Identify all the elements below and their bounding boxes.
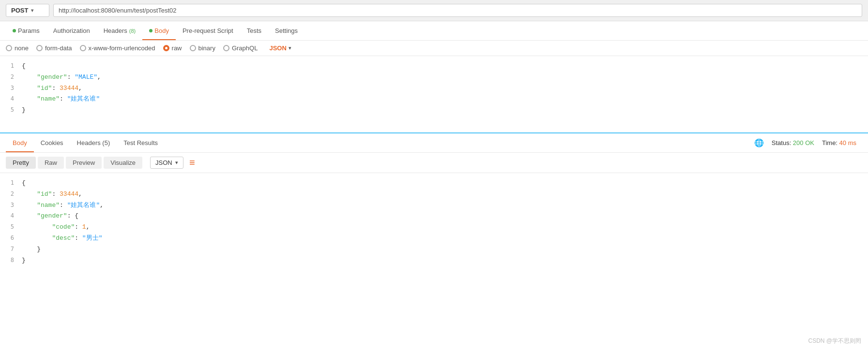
request-tabs: ParamsAuthorizationHeaders(8)BodyPre-req… — [0, 21, 868, 41]
resp-subtab-pretty[interactable]: Pretty — [6, 157, 36, 169]
code-line: 3 "name": "娃其名谁", — [0, 200, 868, 211]
url-bar: POST ▾ — [0, 0, 868, 21]
code-line: 2 "id": 33444, — [0, 189, 868, 200]
code-line: 3 "id": 33444, — [0, 83, 868, 94]
response-json-dropdown[interactable]: JSON▾ — [150, 157, 183, 169]
request-code-editor[interactable]: 1{2 "gender": "MALE",3 "id": 33444,4 "na… — [0, 56, 868, 133]
line-content: "gender": { — [22, 211, 78, 221]
tab-prerequest[interactable]: Pre-request Script — [176, 21, 240, 40]
response-tab-body[interactable]: Body — [6, 133, 34, 152]
code-line: 6 "desc": "男士" — [0, 233, 868, 244]
method-label: POST — [11, 7, 28, 14]
json-format-dropdown[interactable]: JSON▾ — [269, 44, 291, 52]
line-content: "name": "娃其名谁", — [22, 201, 104, 211]
body-type-none[interactable]: none — [6, 44, 29, 52]
body-type-label-binary: binary — [198, 44, 215, 52]
tab-tests[interactable]: Tests — [240, 21, 268, 40]
line-number: 3 — [0, 84, 22, 93]
tab-label-prerequest: Pre-request Script — [183, 27, 233, 34]
line-content: "gender": "MALE", — [22, 73, 101, 83]
tab-body[interactable]: Body — [142, 21, 176, 40]
tab-params[interactable]: Params — [6, 21, 46, 40]
radio-circle-binary — [190, 45, 196, 51]
resp-subtab-visualize[interactable]: Visualize — [104, 157, 142, 169]
tab-dot-params — [13, 29, 16, 32]
status-value: 200 OK — [793, 139, 814, 146]
body-type-graphql[interactable]: GraphQL — [223, 44, 258, 52]
response-tab-cookies[interactable]: Cookies — [34, 133, 70, 152]
response-subtabs: PrettyRawPreviewVisualizeJSON▾≡ — [0, 153, 868, 173]
radio-circle-raw — [163, 45, 169, 51]
line-content: } — [22, 105, 26, 116]
wrap-icon[interactable]: ≡ — [189, 157, 195, 168]
code-line: 4 "gender": { — [0, 211, 868, 222]
json-format-arrow: ▾ — [289, 45, 291, 51]
line-content: "id": 33444, — [22, 84, 82, 94]
response-tab-label-cookies: Cookies — [41, 139, 63, 146]
body-type-label-raw: raw — [172, 44, 182, 52]
code-line: 2 "gender": "MALE", — [0, 72, 868, 83]
code-line: 4 "name": "娃其名谁" — [0, 94, 868, 105]
json-format-label: JSON — [269, 44, 286, 52]
resp-subtab-preview[interactable]: Preview — [66, 157, 102, 169]
code-line: 1{ — [0, 61, 868, 72]
line-number: 1 — [0, 61, 22, 71]
body-type-label-urlencoded: x-www-form-urlencoded — [89, 44, 155, 52]
status-label: Status: 200 OK — [772, 139, 814, 146]
response-json-arrow: ▾ — [175, 160, 178, 166]
line-content: "code": 1, — [22, 222, 90, 233]
tab-dot-body — [149, 29, 152, 32]
body-type-form-data[interactable]: form-data — [36, 44, 72, 52]
tab-settings[interactable]: Settings — [268, 21, 305, 40]
tab-label-tests: Tests — [247, 27, 261, 34]
line-content: "id": 33444, — [22, 190, 82, 200]
globe-icon: 🌐 — [754, 138, 764, 147]
url-input[interactable] — [53, 4, 862, 17]
response-tab-label-testresults: Test Results — [123, 139, 158, 146]
radio-circle-none — [6, 45, 12, 51]
line-number: 2 — [0, 73, 22, 82]
tab-label-headers: Headers — [104, 27, 127, 34]
line-number: 5 — [0, 105, 22, 115]
code-line: 7 } — [0, 244, 868, 255]
line-content: "desc": "男士" — [22, 233, 102, 244]
body-type-label-graphql: GraphQL — [232, 44, 258, 52]
body-subtabs: noneform-datax-www-form-urlencodedrawbin… — [0, 41, 868, 56]
tab-label-params: Params — [18, 27, 40, 34]
line-number: 4 — [0, 211, 22, 220]
response-tabs: BodyCookiesHeaders (5)Test Results 🌐 Sta… — [0, 133, 868, 153]
radio-circle-urlencoded — [80, 45, 86, 51]
code-line: 1{ — [0, 178, 868, 189]
tab-authorization[interactable]: Authorization — [46, 21, 97, 40]
time-label: Time: 40 ms — [822, 139, 856, 146]
code-line: 5 "code": 1, — [0, 222, 868, 233]
response-tab-testresults[interactable]: Test Results — [117, 133, 165, 152]
tab-headers[interactable]: Headers(8) — [97, 21, 143, 40]
response-code-editor[interactable]: 1{2 "id": 33444,3 "name": "娃其名谁",4 "gend… — [0, 173, 868, 271]
code-line: 5} — [0, 105, 868, 116]
response-tab-headers[interactable]: Headers (5) — [70, 133, 117, 152]
line-number: 4 — [0, 94, 22, 103]
tab-label-body: Body — [154, 27, 169, 34]
line-number: 6 — [0, 233, 22, 243]
line-content: "name": "娃其名谁" — [22, 94, 100, 104]
code-line: 8} — [0, 255, 868, 266]
radio-circle-form-data — [36, 45, 43, 51]
response-status: 🌐 Status: 200 OK Time: 40 ms — [754, 138, 862, 147]
tab-label-authorization: Authorization — [53, 27, 90, 34]
line-number: 8 — [0, 256, 22, 265]
method-chevron: ▾ — [31, 8, 33, 13]
resp-subtab-raw[interactable]: Raw — [38, 157, 64, 169]
response-tab-label-body: Body — [13, 139, 27, 146]
time-value: 40 ms — [839, 139, 856, 146]
body-type-binary[interactable]: binary — [190, 44, 215, 52]
line-number: 3 — [0, 201, 22, 210]
response-tab-label-headers: Headers (5) — [77, 139, 110, 146]
body-type-label-none: none — [15, 44, 29, 52]
line-content: } — [22, 256, 26, 266]
body-type-urlencoded[interactable]: x-www-form-urlencoded — [80, 44, 155, 52]
tab-label-settings: Settings — [275, 27, 298, 34]
body-type-raw[interactable]: raw — [163, 44, 182, 52]
line-number: 7 — [0, 245, 22, 254]
method-dropdown[interactable]: POST ▾ — [6, 4, 49, 17]
